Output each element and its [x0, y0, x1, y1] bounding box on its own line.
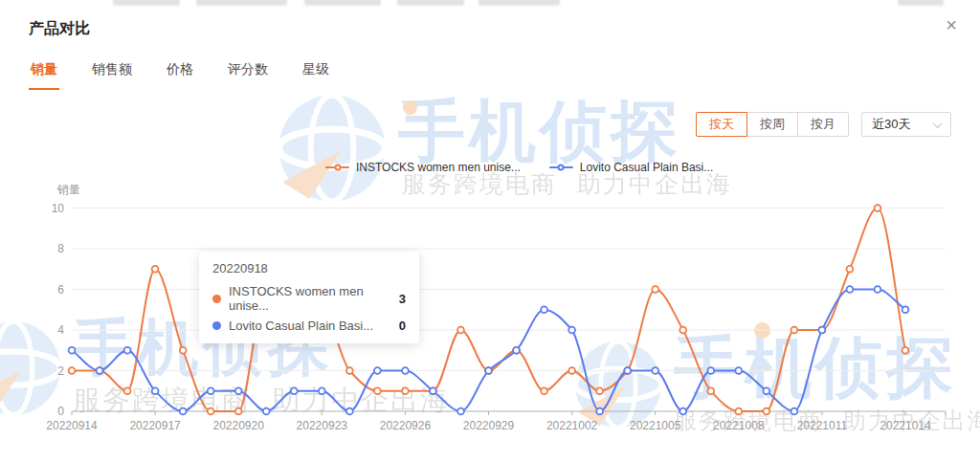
data-point[interactable]	[152, 266, 159, 273]
tooltip-row: INSTOCKS women men unise... 3	[212, 284, 406, 313]
data-point[interactable]	[402, 387, 409, 394]
x-axis-label: 20221014	[880, 419, 931, 432]
data-point[interactable]	[208, 408, 214, 415]
tab-rating-count[interactable]: 评分数	[226, 59, 270, 90]
tab-sales-volume[interactable]: 销量	[29, 59, 59, 90]
by-week-button[interactable]: 按周	[746, 112, 798, 137]
data-point[interactable]	[596, 408, 603, 415]
data-point[interactable]	[875, 286, 881, 293]
data-point[interactable]	[707, 387, 714, 394]
series-dot-icon	[212, 321, 221, 330]
tab-sales-amount[interactable]: 销售额	[90, 59, 134, 90]
data-point[interactable]	[263, 408, 270, 415]
series-line[interactable]	[72, 209, 905, 412]
page-title: 产品对比	[29, 19, 90, 39]
data-point[interactable]	[847, 266, 854, 273]
data-point[interactable]	[208, 387, 214, 394]
data-point[interactable]	[69, 367, 76, 374]
clipped-background-text	[0, 0, 980, 9]
data-point[interactable]	[763, 408, 769, 415]
data-point[interactable]	[652, 367, 658, 374]
data-point[interactable]	[902, 347, 909, 354]
data-point[interactable]	[679, 327, 686, 334]
data-point[interactable]	[624, 367, 631, 374]
tab-price[interactable]: 价格	[165, 59, 195, 90]
legend-line-marker	[549, 166, 573, 168]
metric-tabs: 销量 销售额 价格 评分数 星级	[29, 59, 331, 90]
legend-item-instocks[interactable]: INSTOCKS women men unise...	[325, 161, 521, 174]
data-point[interactable]	[791, 408, 797, 415]
data-point[interactable]	[291, 387, 298, 394]
by-day-button[interactable]: 按天	[696, 112, 747, 137]
data-point[interactable]	[763, 387, 769, 394]
granularity-group: 按天 按周 按月	[696, 112, 849, 137]
data-point[interactable]	[374, 387, 381, 394]
data-point[interactable]	[457, 408, 464, 415]
data-point[interactable]	[568, 327, 575, 334]
data-point[interactable]	[235, 408, 242, 415]
data-point[interactable]	[457, 327, 464, 334]
chart-tooltip: 20220918 INSTOCKS women men unise... 3 L…	[199, 252, 419, 343]
data-point[interactable]	[69, 347, 76, 354]
data-point[interactable]	[319, 387, 325, 394]
data-point[interactable]	[541, 306, 547, 313]
x-axis-label: 20220929	[463, 419, 515, 432]
data-point[interactable]	[97, 367, 103, 374]
tooltip-date: 20220918	[212, 261, 406, 275]
y-axis-tick-label: 0	[57, 405, 64, 418]
x-axis-label: 20220923	[297, 419, 348, 432]
product-compare-modal: 产品对比 × 销量 销售额 价格 评分数 星级 按天 按周 按月 近30天 手机…	[0, 0, 980, 462]
y-axis-tick-label: 8	[57, 242, 64, 255]
data-point[interactable]	[402, 367, 409, 374]
by-month-button[interactable]: 按月	[797, 112, 849, 137]
date-range-value: 近30天	[872, 116, 910, 133]
data-point[interactable]	[124, 387, 131, 394]
data-point[interactable]	[485, 367, 492, 374]
x-axis-label: 20220926	[380, 419, 432, 432]
data-point[interactable]	[819, 327, 826, 334]
y-axis-title: 销量	[57, 182, 80, 198]
date-range-select[interactable]: 近30天	[861, 112, 951, 137]
data-point[interactable]	[791, 327, 797, 334]
x-axis-label: 20221008	[713, 419, 765, 432]
tooltip-series-value: 0	[399, 319, 406, 333]
y-axis-tick-label: 4	[57, 323, 64, 337]
data-point[interactable]	[152, 387, 159, 394]
data-point[interactable]	[735, 367, 742, 374]
x-axis-label: 20220917	[129, 419, 181, 432]
data-point[interactable]	[346, 367, 353, 374]
tab-star-level[interactable]: 星级	[301, 59, 331, 90]
data-point[interactable]	[902, 306, 909, 313]
data-point[interactable]	[707, 367, 714, 374]
data-point[interactable]	[568, 367, 575, 374]
chart-legend: INSTOCKS women men unise... Lovito Casua…	[325, 161, 713, 174]
data-point[interactable]	[847, 286, 854, 293]
close-icon[interactable]: ×	[946, 15, 957, 34]
data-point[interactable]	[346, 408, 353, 415]
data-point[interactable]	[180, 408, 187, 415]
data-point[interactable]	[430, 387, 436, 394]
data-point[interactable]	[180, 347, 187, 354]
data-point[interactable]	[541, 387, 547, 394]
legend-label: Lovito Casual Plain Basi...	[580, 161, 713, 174]
data-point[interactable]	[596, 387, 603, 394]
legend-item-lovito[interactable]: Lovito Casual Plain Basi...	[549, 161, 713, 174]
data-point[interactable]	[875, 205, 881, 211]
data-point[interactable]	[652, 286, 658, 293]
series-line[interactable]	[72, 290, 905, 412]
tooltip-series-name: INSTOCKS women men unise...	[229, 284, 391, 313]
chart-controls: 按天 按周 按月 近30天	[696, 112, 951, 137]
x-axis-label: 20221005	[630, 419, 681, 432]
data-point[interactable]	[513, 347, 520, 354]
x-axis-label: 20220920	[213, 419, 265, 432]
data-point[interactable]	[235, 387, 242, 394]
data-point[interactable]	[735, 408, 742, 415]
legend-circle-marker	[558, 165, 565, 171]
tooltip-series-name: Lovito Casual Plain Basi...	[229, 319, 391, 333]
x-axis-label: 20221002	[546, 419, 598, 432]
y-axis-tick-label: 2	[57, 364, 64, 378]
data-point[interactable]	[679, 408, 686, 415]
y-axis-tick-label: 6	[57, 283, 64, 297]
data-point[interactable]	[374, 367, 381, 374]
data-point[interactable]	[124, 347, 131, 354]
